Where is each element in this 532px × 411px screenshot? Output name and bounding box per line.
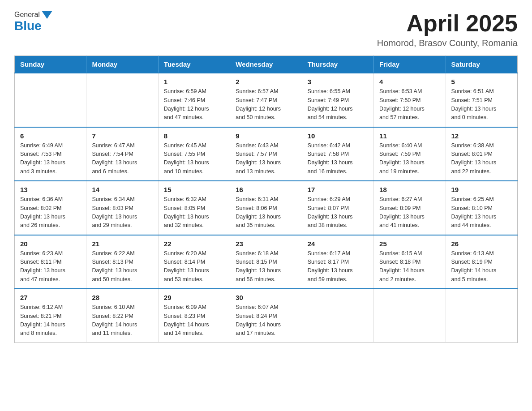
logo-general-text: General	[14, 11, 40, 19]
weekday-header-wednesday: Wednesday	[230, 56, 302, 73]
day-number: 3	[308, 78, 368, 86]
weekday-header-sunday: Sunday	[15, 56, 86, 73]
day-number: 15	[164, 186, 224, 193]
day-info: Sunrise: 6:38 AMSunset: 8:01 PMDaylight:…	[451, 141, 512, 176]
calendar-week-4: 20Sunrise: 6:23 AMSunset: 8:11 PMDayligh…	[15, 235, 518, 289]
calendar-cell	[446, 289, 517, 342]
day-number: 12	[451, 132, 512, 140]
calendar-cell: 13Sunrise: 6:36 AMSunset: 8:02 PMDayligh…	[15, 181, 86, 235]
calendar-week-2: 6Sunrise: 6:49 AMSunset: 7:53 PMDaylight…	[15, 127, 518, 181]
day-number: 29	[164, 294, 224, 301]
day-info: Sunrise: 6:49 AMSunset: 7:53 PMDaylight:…	[20, 141, 81, 176]
day-number: 26	[451, 240, 512, 248]
day-info: Sunrise: 6:07 AMSunset: 8:24 PMDaylight:…	[236, 303, 296, 338]
logo: General Blue	[14, 11, 54, 33]
calendar-cell: 21Sunrise: 6:22 AMSunset: 8:13 PMDayligh…	[86, 235, 158, 289]
day-number: 14	[92, 186, 152, 193]
day-info: Sunrise: 6:53 AMSunset: 7:50 PMDaylight:…	[379, 87, 440, 122]
calendar-cell: 14Sunrise: 6:34 AMSunset: 8:03 PMDayligh…	[86, 181, 158, 235]
day-number: 19	[451, 186, 512, 193]
day-info: Sunrise: 6:17 AMSunset: 8:17 PMDaylight:…	[308, 249, 368, 284]
calendar-cell: 2Sunrise: 6:57 AMSunset: 7:47 PMDaylight…	[230, 73, 302, 127]
day-number: 7	[92, 132, 152, 140]
day-info: Sunrise: 6:42 AMSunset: 7:58 PMDaylight:…	[308, 141, 368, 176]
calendar-cell: 3Sunrise: 6:55 AMSunset: 7:49 PMDaylight…	[302, 73, 373, 127]
page-header: General Blue April 2025 Homorod, Brasov …	[14, 11, 518, 48]
day-info: Sunrise: 6:10 AMSunset: 8:22 PMDaylight:…	[92, 303, 152, 338]
day-info: Sunrise: 6:59 AMSunset: 7:46 PMDaylight:…	[164, 87, 224, 122]
calendar-table: SundayMondayTuesdayWednesdayThursdayFrid…	[14, 56, 518, 343]
calendar-week-3: 13Sunrise: 6:36 AMSunset: 8:02 PMDayligh…	[15, 181, 518, 235]
calendar-cell: 18Sunrise: 6:27 AMSunset: 8:09 PMDayligh…	[374, 181, 446, 235]
day-info: Sunrise: 6:45 AMSunset: 7:55 PMDaylight:…	[164, 141, 224, 176]
day-number: 25	[379, 240, 440, 248]
day-info: Sunrise: 6:43 AMSunset: 7:57 PMDaylight:…	[236, 141, 296, 176]
calendar-cell: 28Sunrise: 6:10 AMSunset: 8:22 PMDayligh…	[86, 289, 158, 342]
calendar-cell: 16Sunrise: 6:31 AMSunset: 8:06 PMDayligh…	[230, 181, 302, 235]
weekday-header-thursday: Thursday	[302, 56, 373, 73]
calendar-cell: 25Sunrise: 6:15 AMSunset: 8:18 PMDayligh…	[374, 235, 446, 289]
calendar-cell: 20Sunrise: 6:23 AMSunset: 8:11 PMDayligh…	[15, 235, 86, 289]
day-number: 22	[164, 240, 224, 248]
logo-blue-text: Blue	[14, 19, 42, 33]
calendar-cell: 23Sunrise: 6:18 AMSunset: 8:15 PMDayligh…	[230, 235, 302, 289]
day-info: Sunrise: 6:23 AMSunset: 8:11 PMDaylight:…	[20, 249, 81, 284]
logo-triangle-icon	[42, 11, 52, 19]
day-info: Sunrise: 6:22 AMSunset: 8:13 PMDaylight:…	[92, 249, 152, 284]
day-info: Sunrise: 6:34 AMSunset: 8:03 PMDaylight:…	[92, 195, 152, 230]
calendar-cell	[374, 289, 446, 342]
calendar-cell	[15, 73, 86, 127]
day-number: 24	[308, 240, 368, 248]
day-number: 10	[308, 132, 368, 140]
calendar-cell: 1Sunrise: 6:59 AMSunset: 7:46 PMDaylight…	[158, 73, 230, 127]
weekday-header-tuesday: Tuesday	[158, 56, 230, 73]
calendar-cell: 12Sunrise: 6:38 AMSunset: 8:01 PMDayligh…	[446, 127, 517, 181]
day-number: 17	[308, 186, 368, 193]
day-number: 21	[92, 240, 152, 248]
calendar-cell: 29Sunrise: 6:09 AMSunset: 8:23 PMDayligh…	[158, 289, 230, 342]
day-info: Sunrise: 6:31 AMSunset: 8:06 PMDaylight:…	[236, 195, 296, 230]
calendar-cell: 26Sunrise: 6:13 AMSunset: 8:19 PMDayligh…	[446, 235, 517, 289]
day-number: 4	[379, 78, 440, 86]
day-info: Sunrise: 6:09 AMSunset: 8:23 PMDaylight:…	[164, 303, 224, 338]
calendar-cell: 11Sunrise: 6:40 AMSunset: 7:59 PMDayligh…	[374, 127, 446, 181]
weekday-header-monday: Monday	[86, 56, 158, 73]
calendar-cell: 24Sunrise: 6:17 AMSunset: 8:17 PMDayligh…	[302, 235, 373, 289]
day-number: 1	[164, 78, 224, 86]
month-title: April 2025	[377, 11, 518, 36]
day-number: 8	[164, 132, 224, 140]
day-info: Sunrise: 6:55 AMSunset: 7:49 PMDaylight:…	[308, 87, 368, 122]
calendar-cell: 22Sunrise: 6:20 AMSunset: 8:14 PMDayligh…	[158, 235, 230, 289]
day-number: 9	[236, 132, 296, 140]
title-block: April 2025 Homorod, Brasov County, Roman…	[377, 11, 518, 48]
weekday-header-friday: Friday	[374, 56, 446, 73]
day-info: Sunrise: 6:25 AMSunset: 8:10 PMDaylight:…	[451, 195, 512, 230]
day-number: 13	[20, 186, 81, 193]
day-number: 6	[20, 132, 81, 140]
calendar-cell: 27Sunrise: 6:12 AMSunset: 8:21 PMDayligh…	[15, 289, 86, 342]
calendar-body: 1Sunrise: 6:59 AMSunset: 7:46 PMDaylight…	[15, 73, 518, 342]
calendar-cell: 30Sunrise: 6:07 AMSunset: 8:24 PMDayligh…	[230, 289, 302, 342]
calendar-cell: 17Sunrise: 6:29 AMSunset: 8:07 PMDayligh…	[302, 181, 373, 235]
calendar-cell: 10Sunrise: 6:42 AMSunset: 7:58 PMDayligh…	[302, 127, 373, 181]
day-number: 28	[92, 294, 152, 301]
day-number: 2	[236, 78, 296, 86]
calendar-cell: 15Sunrise: 6:32 AMSunset: 8:05 PMDayligh…	[158, 181, 230, 235]
day-info: Sunrise: 6:40 AMSunset: 7:59 PMDaylight:…	[379, 141, 440, 176]
day-info: Sunrise: 6:57 AMSunset: 7:47 PMDaylight:…	[236, 87, 296, 122]
calendar-week-1: 1Sunrise: 6:59 AMSunset: 7:46 PMDaylight…	[15, 73, 518, 127]
day-info: Sunrise: 6:20 AMSunset: 8:14 PMDaylight:…	[164, 249, 224, 284]
day-info: Sunrise: 6:13 AMSunset: 8:19 PMDaylight:…	[451, 249, 512, 284]
calendar-cell: 7Sunrise: 6:47 AMSunset: 7:54 PMDaylight…	[86, 127, 158, 181]
calendar-cell: 6Sunrise: 6:49 AMSunset: 7:53 PMDaylight…	[15, 127, 86, 181]
day-number: 20	[20, 240, 81, 248]
day-info: Sunrise: 6:29 AMSunset: 8:07 PMDaylight:…	[308, 195, 368, 230]
day-info: Sunrise: 6:32 AMSunset: 8:05 PMDaylight:…	[164, 195, 224, 230]
day-number: 30	[236, 294, 296, 301]
calendar-cell: 5Sunrise: 6:51 AMSunset: 7:51 PMDaylight…	[446, 73, 517, 127]
day-info: Sunrise: 6:18 AMSunset: 8:15 PMDaylight:…	[236, 249, 296, 284]
day-number: 5	[451, 78, 512, 86]
calendar-cell: 4Sunrise: 6:53 AMSunset: 7:50 PMDaylight…	[374, 73, 446, 127]
weekday-header-row: SundayMondayTuesdayWednesdayThursdayFrid…	[15, 56, 518, 73]
day-number: 18	[379, 186, 440, 193]
